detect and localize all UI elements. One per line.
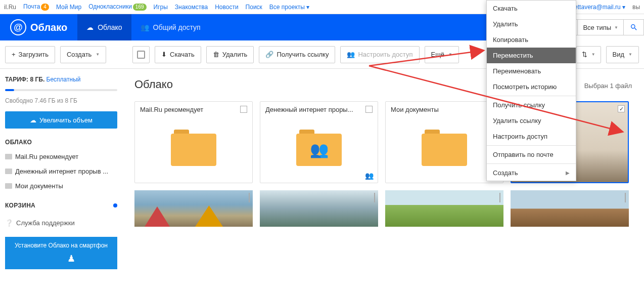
photo-card[interactable] [260,190,378,227]
card-checkbox-checked[interactable] [618,105,625,112]
link-icon: 🔗 [265,51,273,58]
storage-progress [5,89,117,91]
topnav-search[interactable]: Поиск [246,4,262,11]
sort-icon: ⇅ [582,51,587,58]
topnav-left-cut: il.Ru [4,4,16,11]
android-icon: ♟ [67,253,75,264]
ctx-move[interactable]: Переместить [487,48,576,63]
trash-icon: 🗑 [213,51,219,58]
folder-icon [5,169,12,174]
card-checkbox[interactable] [499,193,500,202]
sidebar-item-docs[interactable]: Мои документы [5,180,117,192]
sort-button[interactable]: ⇅▼ [576,46,601,63]
folder-card-recommend[interactable]: Mail.Ru рекомендует [134,101,253,183]
topnav-games[interactable]: Игры [154,4,168,11]
filter-all-types[interactable]: Все типы▼ [578,20,623,35]
ctx-create[interactable]: Создать▶ [487,165,576,181]
cloud-icon: ☁ [30,116,36,124]
folder-icon [171,130,216,166]
people-icon: 👥 [310,141,329,158]
topnav-mymir[interactable]: Мой Мир [56,4,81,11]
download-button[interactable]: ⬇Скачать [155,46,201,63]
get-link-button[interactable]: 🔗Получить ссылку [259,46,335,63]
card-checkbox[interactable] [249,193,250,202]
card-checkbox[interactable] [625,193,626,202]
folder-icon [5,183,12,189]
people-icon: 👥 [347,51,355,58]
ctx-delete[interactable]: Удалить [487,16,576,32]
folder-icon [5,154,12,159]
context-menu: Скачать Удалить Копировать Переместить П… [486,0,576,181]
ctx-share-settings[interactable]: Настроить доступ [487,129,576,144]
question-icon: ❔ [5,219,13,227]
search-submit-icon[interactable] [623,20,643,35]
sidebar-trash-title[interactable]: КОРЗИНА [5,202,117,209]
ctx-get-link[interactable]: Получить ссылку [487,97,576,113]
card-checkbox[interactable] [374,193,375,202]
sidebar-item-money[interactable]: Денежный интернет прорыв ... [5,165,117,177]
folder-card-money[interactable]: Денежный интернет проры... 👥 👥 [260,101,378,183]
create-button[interactable]: Создать▼ [60,46,106,63]
ctx-send-mail[interactable]: Отправить по почте [487,147,576,162]
cloud-icon: ☁ [86,23,94,31]
sidebar-item-recommend[interactable]: Mail.Ru рекомендует [5,151,117,162]
topnav-exit-cut: вы [632,4,640,11]
select-all-checkbox[interactable] [132,46,150,63]
ctx-rename[interactable]: Переименовать [487,63,576,79]
tab-shared[interactable]: 👥 Общий доступ [131,14,210,40]
file-grid-row2 [134,190,632,227]
folder-icon: 👥 [296,130,342,166]
install-mobile-promo[interactable]: Установите Облако на смартфон ♟ [5,237,117,269]
people-icon: 👥 [141,23,149,31]
selection-count: Выбран 1 файл [584,82,632,90]
tariff-plan-link[interactable]: Бесплатный [47,76,81,83]
shared-icon: 👥 [365,172,374,180]
topnav-mail[interactable]: Почта4 [23,3,49,11]
sidebar: ТАРИФ: 8 ГБ. Бесплатный Свободно 7.46 ГБ… [0,69,122,292]
topnav-allprojects[interactable]: Все проекты ▾ [269,4,309,11]
folder-icon [422,130,467,166]
photo-card[interactable] [511,190,629,227]
card-checkbox[interactable] [240,106,247,113]
delete-button[interactable]: 🗑Удалить [206,46,254,63]
ctx-remove-link[interactable]: Удалить ссылку [487,113,576,129]
folder-card-docs[interactable]: Мои документы [385,101,503,183]
ctx-separator [487,145,576,146]
sidebar-support-link[interactable]: ❔Служба поддержки [5,219,117,227]
ctx-download[interactable]: Скачать [487,1,576,16]
checkbox-icon [137,51,145,59]
page-title: Облако [134,78,173,91]
plus-icon: + [12,51,16,58]
increase-storage-button[interactable]: ☁Увеличить объем [5,111,117,129]
ctx-history[interactable]: Посмотреть историю [487,79,576,95]
tab-cloud[interactable]: ☁ Облако [77,14,131,40]
sidebar-cloud-title: ОБЛАКО [5,139,117,146]
mailru-at-icon: @ [10,19,26,35]
ctx-copy[interactable]: Копировать [487,32,576,48]
download-icon: ⬇ [161,51,167,58]
ctx-separator [487,96,576,96]
more-button[interactable]: Ещё▼ [425,46,459,63]
share-settings-button[interactable]: 👥Настроить доступ [340,46,419,63]
photo-card[interactable] [385,190,503,227]
photo-card[interactable] [134,190,253,227]
topnav-news[interactable]: Новости [215,4,238,11]
topnav-dating[interactable]: Знакомства [175,4,208,11]
topnav-ok[interactable]: Одноклассники169 [88,3,146,11]
logo-text: Облако [30,22,67,33]
chevron-right-icon: ▶ [566,170,570,176]
ctx-separator [487,163,576,164]
topnav-user-email[interactable]: ettavera@mail.ru ▾ [574,4,625,11]
trash-indicator-dot [113,203,117,207]
card-checkbox[interactable] [365,106,373,113]
view-button[interactable]: Вид▼ [606,46,639,63]
upload-button[interactable]: +Загрузить [5,46,55,63]
storage-free-text: Свободно 7.46 ГБ из 8 ГБ [5,97,117,104]
tariff-info: ТАРИФ: 8 ГБ. Бесплатный [5,76,117,83]
logo[interactable]: @ Облако [0,19,77,35]
